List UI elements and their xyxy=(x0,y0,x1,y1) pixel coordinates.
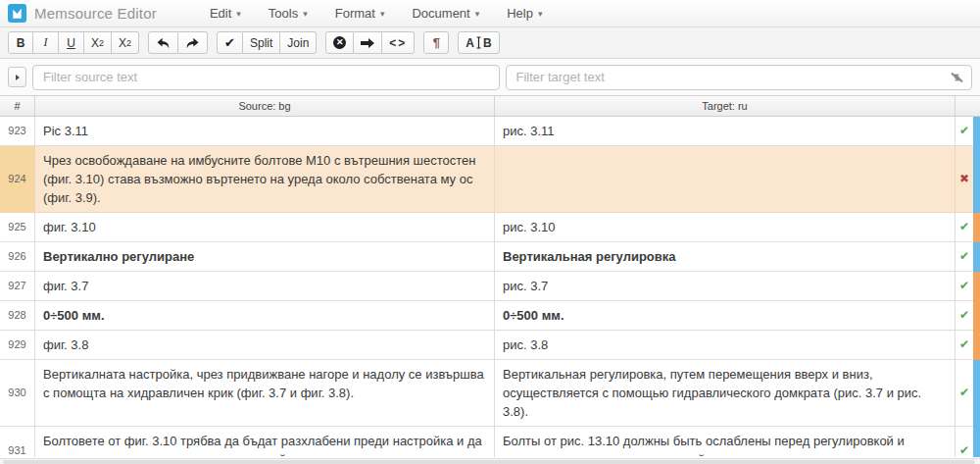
segment-rows: 923 Pic 3.11 рис. 3.11 ✔ 924 Чрез освобо… xyxy=(0,117,980,457)
text-cursor-icon xyxy=(475,36,482,49)
insert-tag-button[interactable]: <> xyxy=(382,31,415,54)
table-row[interactable]: 927 фиг. 3.7 рис. 3.7 ✔ xyxy=(0,272,980,301)
target-cell[interactable]: рис. 3.7 xyxy=(495,272,956,301)
underline-button[interactable]: U xyxy=(59,31,84,54)
chevron-down-icon: ▾ xyxy=(475,9,480,19)
origin-strip xyxy=(973,301,980,331)
segment-edit-group: ✔ Split Join xyxy=(217,31,317,54)
table-row[interactable]: 926 Вертикално регулиране Вертикальная р… xyxy=(0,242,980,272)
segment-number[interactable]: 925 xyxy=(0,213,35,242)
redo-button[interactable] xyxy=(178,31,208,54)
source-cell[interactable]: Чрез освобождаване на имбусните болтове … xyxy=(35,146,495,213)
menu-bar: Memsource Editor Edit ▾ Tools ▾ Format ▾… xyxy=(0,0,980,27)
segment-status-icon[interactable]: ✔ xyxy=(956,331,973,360)
table-row[interactable]: 929 фиг. 3.8 рис. 3.8 ✔ xyxy=(0,331,980,360)
segment-number[interactable]: 928 xyxy=(0,301,35,331)
bold-button[interactable]: B xyxy=(8,31,33,54)
column-header-number: # xyxy=(0,96,35,116)
copy-tags-group: ✕ <> xyxy=(325,31,415,54)
segment-number[interactable]: 930 xyxy=(0,360,35,427)
confirm-segment-button[interactable]: ✔ xyxy=(217,31,243,54)
target-filter-input[interactable] xyxy=(506,65,973,90)
source-filter-input[interactable] xyxy=(32,65,500,90)
segment-status-icon[interactable]: ✔ xyxy=(956,427,973,457)
target-cell[interactable]: Вертикальная регулировка xyxy=(495,242,956,272)
target-cell[interactable]: Вертикальная регулировка, путем перемеще… xyxy=(495,360,956,427)
whitespace-group: ¶ xyxy=(423,31,449,54)
delete-target-button[interactable]: ✕ xyxy=(325,31,354,54)
chevron-down-icon: ▾ xyxy=(303,9,308,19)
toggle-whitespace-button[interactable]: ¶ xyxy=(423,31,449,54)
segment-number[interactable]: 929 xyxy=(0,331,35,360)
menu-format[interactable]: Format ▾ xyxy=(321,2,399,25)
column-header-status xyxy=(956,96,980,116)
segment-number[interactable]: 926 xyxy=(0,242,35,272)
source-filter-wrap xyxy=(32,65,500,90)
target-cell[interactable]: рис. 3.11 xyxy=(495,117,956,146)
segment-number[interactable]: 927 xyxy=(0,272,35,301)
table-row[interactable]: 924 Чрез освобождаване на имбусните болт… xyxy=(0,146,980,213)
segment-status-icon[interactable]: ✔ xyxy=(956,242,973,272)
right-arrow-icon xyxy=(361,38,374,48)
segment-number[interactable]: 931 xyxy=(0,427,35,457)
segment-number[interactable]: 923 xyxy=(0,117,35,146)
target-cell[interactable]: 0÷500 мм. xyxy=(495,301,956,331)
table-row[interactable]: 928 0÷500 мм. 0÷500 мм. ✔ xyxy=(0,301,980,331)
chevron-down-icon: ▾ xyxy=(236,9,241,19)
superscript-button[interactable]: X2 xyxy=(112,31,139,54)
source-cell[interactable]: фиг. 3.10 xyxy=(35,213,495,242)
angle-brackets-icon: <> xyxy=(389,36,407,50)
source-cell[interactable]: Вертикално регулиране xyxy=(35,242,495,272)
text-cursor-ab-button[interactable]: A B xyxy=(458,31,499,54)
triangle-right-icon xyxy=(16,75,20,80)
swap-arrows-icon[interactable] xyxy=(949,71,965,88)
horizontal-scrollbar[interactable] xyxy=(0,458,980,464)
source-cell[interactable]: Pic 3.11 xyxy=(35,117,495,146)
origin-strip xyxy=(973,427,980,457)
menu-document[interactable]: Document ▾ xyxy=(398,2,493,25)
copy-source-to-target-button[interactable] xyxy=(354,31,382,54)
source-cell[interactable]: Вертикалната настройка, чрез придвижване… xyxy=(35,360,495,427)
origin-strip xyxy=(973,331,980,360)
menu-tools[interactable]: Tools ▾ xyxy=(255,2,321,25)
segment-status-icon[interactable]: ✔ xyxy=(956,272,973,301)
menu-edit[interactable]: Edit ▾ xyxy=(196,2,255,25)
text-style-group: B I U X2 X2 xyxy=(8,31,139,54)
join-button[interactable]: Join xyxy=(280,31,317,54)
column-header-source[interactable]: Source: bg xyxy=(35,96,495,116)
pilcrow-icon: ¶ xyxy=(433,35,440,50)
undo-redo-group xyxy=(148,31,208,54)
table-row[interactable]: 931 Болтовете от фиг. 3.10 трябва да бъд… xyxy=(0,427,980,457)
menu-help[interactable]: Help ▾ xyxy=(493,2,556,25)
target-cell[interactable] xyxy=(495,146,956,213)
source-cell[interactable]: фиг. 3.8 xyxy=(35,331,495,360)
target-cell[interactable]: рис. 3.10 xyxy=(495,213,956,242)
target-filter-wrap xyxy=(506,65,973,90)
segment-number[interactable]: 924 xyxy=(0,146,35,213)
redo-arrow-icon xyxy=(185,37,200,49)
source-cell[interactable]: Болтовете от фиг. 3.10 трябва да бъдат р… xyxy=(35,427,495,457)
table-row[interactable]: 923 Pic 3.11 рис. 3.11 ✔ xyxy=(0,117,980,146)
target-cell[interactable]: рис. 3.8 xyxy=(495,331,956,360)
segment-status-icon[interactable]: ✔ xyxy=(956,360,973,427)
segment-status-icon[interactable]: ✔ xyxy=(956,117,973,146)
filter-options-button[interactable] xyxy=(8,67,26,87)
column-header-target[interactable]: Target: ru xyxy=(495,96,956,116)
table-row[interactable]: 930 Вертикалната настройка, чрез придвиж… xyxy=(0,360,980,427)
chevron-down-icon: ▾ xyxy=(380,9,385,19)
origin-strip xyxy=(973,213,980,242)
circle-x-icon: ✕ xyxy=(333,36,346,49)
scrollbar-thumb[interactable] xyxy=(3,460,975,464)
segment-status-icon[interactable]: ✔ xyxy=(956,301,973,331)
table-row[interactable]: 925 фиг. 3.10 рис. 3.10 ✔ xyxy=(0,213,980,242)
italic-button[interactable]: I xyxy=(33,31,59,54)
source-cell[interactable]: 0÷500 мм. xyxy=(35,301,495,331)
undo-button[interactable] xyxy=(148,31,178,54)
split-button[interactable]: Split xyxy=(243,31,280,54)
target-cell[interactable]: Болты от рис. 13.10 должны быть ослаблен… xyxy=(495,427,956,457)
subscript-button[interactable]: X2 xyxy=(84,31,112,54)
segment-status-icon[interactable]: ✖ xyxy=(956,146,973,213)
segment-status-icon[interactable]: ✔ xyxy=(956,213,973,242)
origin-strip xyxy=(973,146,980,213)
source-cell[interactable]: фиг. 3.7 xyxy=(35,272,495,301)
